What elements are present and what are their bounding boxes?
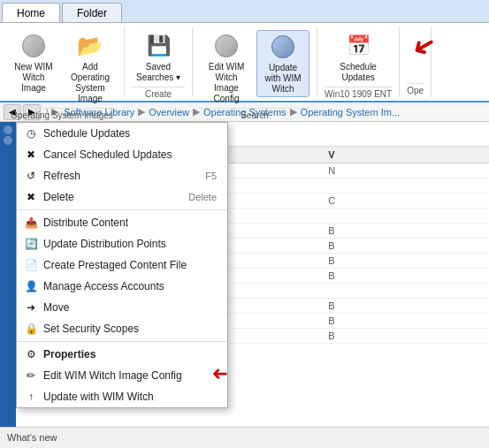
ctx-item-icon: 📤 [24,216,38,230]
ctx-item-label: Create Prestaged Content File [43,259,187,271]
ctx-item-icon: 🔄 [24,237,38,251]
ctx-item-label: Move [43,301,69,314]
ctx-item-label: Cancel Scheduled Updates [43,148,172,161]
ribbon: New WIM Witch Image 📂 Add Operating Syst… [0,23,489,103]
row-version: N [328,165,480,176]
sidebar-strip [0,122,16,427]
schedule-updates-label: Schedule Updates [335,62,381,83]
ctx-item-icon: ✖ [24,148,38,162]
group-label-win10: Win10 1909 ENT [325,87,392,99]
new-wim-witch-image-button[interactable]: New WIM Witch Image [7,30,60,95]
new-wim-label: New WIM Witch Image [11,62,57,94]
saved-searches-button[interactable]: 💾 Saved Searches ▾ [132,30,185,85]
ribbon-group-search: Edit WIM Witch Image Config Update with … [193,27,317,97]
schedule-updates-button[interactable]: 📅 Schedule Updates [332,30,385,85]
ctx-item-label: Distribute Content [43,216,128,229]
ctx-item-icon: ➜ [24,300,38,315]
row-version: B [328,330,480,341]
ctx-item-label: Update Distribution Points [43,238,166,250]
context-menu-item[interactable]: ↑ Update with WIM Witch [17,386,227,407]
row-version: B [328,225,480,236]
context-menu-item[interactable]: ↺ Refresh F5 [17,165,227,186]
row-version: B [328,315,480,326]
tab-folder[interactable]: Folder [62,3,122,22]
ctx-item-icon: ⚙ [24,347,38,361]
ctx-item-icon: 👤 [24,279,38,293]
ctx-item-icon: 🔒 [24,322,38,336]
context-menu-item[interactable]: 📄 Create Prestaged Content File [17,254,227,276]
ribbon-group-win10: 📅 Schedule Updates Win10 1909 ENT [317,27,400,97]
ctx-item-icon: 📄 [24,258,38,272]
context-menu-item[interactable]: 👤 Manage Access Accounts [17,276,227,297]
save-icon: 💾 [147,34,171,57]
ctx-item-shortcut: F5 [205,171,217,181]
calendar-icon: 📅 [347,34,371,57]
ctx-item-label: Update with WIM Witch [43,391,154,403]
ctx-item-icon: ✏ [24,368,38,383]
context-menu-item[interactable]: ✖ Cancel Scheduled Updates [17,144,227,165]
ctx-item-label: Set Security Scopes [43,323,139,335]
saved-searches-label: Saved Searches ▾ [135,62,181,83]
update-wim-label: Update with WIM Witch [261,63,305,95]
folder-add-icon: 📂 [77,34,103,58]
group-label-os-images: Operating System Images [7,108,117,120]
ribbon-group-os-images: New WIM Witch Image 📂 Add Operating Syst… [0,27,125,97]
context-menu: ◷ Schedule Updates ✖ Cancel Scheduled Up… [16,122,228,408]
context-menu-item[interactable]: ⚙ Properties [17,344,227,365]
ribbon-group-create: 💾 Saved Searches ▾ Create [125,27,193,97]
group-label-create: Create [132,87,185,99]
context-menu-item[interactable]: ➜ Move [17,297,227,318]
add-os-image-button[interactable]: 📂 Add Operating System Image [64,30,117,106]
ctx-item-label: Properties [43,348,96,361]
ctx-item-icon: ↑ [24,390,38,404]
ctx-item-icon: ✖ [24,190,38,204]
ctx-item-label: Edit WIM Witch Image Config [43,369,182,382]
context-menu-item[interactable]: 🔒 Set Security Scopes [17,318,227,342]
row-version: B [328,270,480,281]
sidebar-dot-2 [4,136,12,145]
row-version: B [328,240,480,251]
group-label-search: Search [200,108,309,120]
row-version: B [328,255,480,266]
group-label-ope: Ope [407,83,424,95]
context-menu-item[interactable]: 🔄 Update Distribution Points [17,233,227,254]
row-version: B [328,300,480,311]
ctx-item-label: Delete [43,191,74,203]
context-menu-item[interactable]: ✏ Edit WIM Witch Image Config [17,365,227,386]
add-os-label: Add Operating System Image [67,62,113,104]
tab-home[interactable]: Home [2,3,60,22]
ctx-item-label: Refresh [43,170,80,182]
context-menu-item[interactable]: ◷ Schedule Updates [17,123,227,144]
edit-wim-label: Edit WIM Witch Image Config [203,62,249,104]
context-menu-item[interactable]: 📤 Distribute Content [17,212,227,233]
ctx-item-label: Schedule Updates [43,127,130,140]
ctx-item-label: Manage Access Accounts [43,280,164,292]
status-bar: What's new [0,427,489,446]
breadcrumb-os-images[interactable]: Operating System Im... [301,107,400,118]
update-wim-witch-button[interactable]: Update with WIM Witch [256,30,309,97]
row-version: C [328,195,480,206]
sidebar-dot-1 [4,125,12,134]
breadcrumb-overview[interactable]: Overview [149,107,189,118]
main-area: ing System Images 12 items Name V Win10 … [0,122,489,427]
col-header-version: V [328,149,480,160]
edit-wim-witch-button[interactable]: Edit WIM Witch Image Config [200,30,253,106]
ctx-item-icon: ◷ [24,126,38,140]
tab-bar: Home Folder [0,0,489,23]
context-menu-item[interactable]: ✖ Delete Delete [17,186,227,210]
ctx-item-shortcut: Delete [188,192,217,202]
ctx-item-icon: ↺ [24,169,38,183]
status-text: What's new [7,432,57,443]
ribbon-group-ope: Ope [400,27,432,97]
